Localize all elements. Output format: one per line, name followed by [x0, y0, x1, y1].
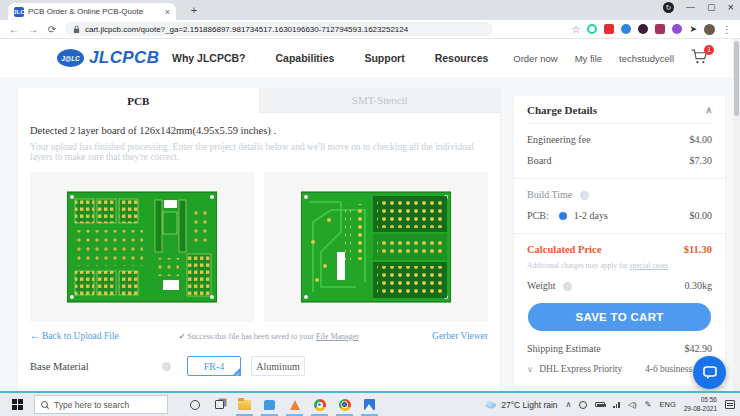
language-indicator[interactable]: ENG: [659, 400, 675, 409]
board-value: $7.30: [690, 155, 713, 166]
profile-avatar[interactable]: [704, 24, 715, 35]
browser-menu-icon[interactable]: ⋮: [722, 24, 732, 35]
account-area: Order now My file techstudycell 1: [513, 39, 709, 77]
courier-option[interactable]: ∨ DHL Express Priority: [527, 364, 622, 374]
chrome-icon: [314, 399, 326, 411]
calculated-price-label: Calculated Price: [527, 244, 601, 255]
tray-account-icon[interactable]: [579, 401, 587, 409]
option-fr4[interactable]: FR-4 ✓: [187, 356, 241, 376]
tab-pcb[interactable]: PCB: [18, 88, 259, 113]
build-time-text: Build Time: [527, 189, 572, 200]
weather-widget[interactable]: 27°C Light rain: [485, 400, 557, 410]
special-cases-link[interactable]: special cases: [630, 261, 669, 270]
window-close-button[interactable]: ×: [728, 1, 734, 13]
extensions-puzzle-icon[interactable]: ➤: [689, 24, 697, 34]
extension-pink-icon[interactable]: [655, 24, 665, 34]
courier-name: DHL Express Priority: [539, 364, 622, 374]
network-icon[interactable]: [613, 401, 620, 408]
gerber-viewer-link[interactable]: Gerber Viewer: [432, 331, 488, 341]
extension-green-icon[interactable]: [587, 24, 597, 34]
start-button[interactable]: [0, 393, 34, 416]
extension-blue-icon[interactable]: [621, 24, 631, 34]
browser-update-icon[interactable]: ↻: [663, 2, 674, 13]
browser-tab[interactable]: JLC PCB Order & Online PCB-Quote ×: [8, 3, 176, 20]
engineering-fee-value: $4.00: [690, 134, 713, 145]
pcb-build-value: $0.00: [690, 210, 713, 221]
cortana-icon: [190, 400, 200, 410]
forward-icon[interactable]: →: [27, 24, 39, 35]
task-view-icon: [215, 400, 224, 409]
task-view-button[interactable]: [207, 393, 232, 416]
browser-tabbar: JLC PCB Order & Online PCB-Quote × + ↻ —…: [0, 0, 740, 20]
taskbar-clock[interactable]: 05:56 29-08-2021: [684, 396, 717, 414]
photos-button[interactable]: [357, 393, 382, 416]
tab-close-icon[interactable]: ×: [165, 7, 170, 17]
weather-cloud-icon: [485, 400, 497, 409]
back-to-upload-link[interactable]: ← Back to Upload File: [30, 331, 119, 341]
extension-red-icon[interactable]: [604, 24, 614, 34]
window-minimize-button[interactable]: —: [686, 2, 695, 12]
scrollbar-thumb[interactable]: [734, 41, 739, 116]
file-explorer-button[interactable]: [232, 393, 257, 416]
info-icon[interactable]: !: [563, 282, 572, 291]
volume-icon[interactable]: ◁): [628, 400, 637, 409]
order-now-link[interactable]: Order now: [513, 53, 557, 64]
file-manager-link[interactable]: File Manager: [316, 332, 359, 341]
jlcpcb-logo[interactable]: J@LC JLCPCB: [57, 48, 159, 68]
my-file-link[interactable]: My file: [575, 53, 602, 64]
browser-profile1-button[interactable]: [307, 393, 332, 416]
vlc-button[interactable]: [282, 393, 307, 416]
nav-resources[interactable]: Resources: [435, 52, 489, 64]
build-time-label: Build Time !: [527, 189, 589, 200]
save-to-cart-button[interactable]: SAVE TO CART: [528, 303, 711, 331]
charge-details-panel: Charge Details ∧ Engineering fee $4.00 B…: [514, 96, 725, 386]
nav-support[interactable]: Support: [364, 52, 404, 64]
battery-icon[interactable]: [595, 402, 605, 407]
jlcpcb-brand-text: JLCPCB: [89, 48, 159, 68]
browser-addressbar: ← → ⟳ cart.jlcpcb.com/quote?_ga=2.151886…: [0, 20, 740, 39]
tab-title: PCB Order & Online PCB-Quote: [28, 7, 161, 16]
browser-profile2-button[interactable]: [332, 393, 357, 416]
weather-text: 27°C Light rain: [501, 400, 557, 410]
taskbar-search-input[interactable]: Type here to search: [34, 395, 168, 414]
info-icon[interactable]: !: [580, 191, 589, 200]
nav-why-jlcpcb[interactable]: Why JLCPCB?: [172, 52, 246, 64]
weight-value: 0.30kg: [685, 280, 713, 291]
pcb-build-option[interactable]: PCB: 1-2 days: [527, 210, 608, 221]
option-aluminum-label: Aluminum: [256, 361, 299, 372]
back-icon[interactable]: ←: [8, 24, 20, 35]
shipping-estimate-value: $42.90: [685, 343, 713, 354]
messaging-app-button[interactable]: [257, 393, 282, 416]
base-material-label: Base Material: [30, 361, 162, 372]
pcb-back-preview: [264, 172, 488, 322]
extension-dark-icon[interactable]: [638, 24, 648, 34]
info-icon[interactable]: !: [162, 362, 171, 371]
username-link[interactable]: techstudycell: [619, 53, 674, 64]
profile-overlay-icon: [341, 401, 348, 408]
window-maximize-button[interactable]: ▢: [707, 2, 716, 12]
tray-chevron-icon[interactable]: ∧: [566, 400, 572, 409]
option-aluminum[interactable]: Aluminum: [251, 356, 305, 376]
new-tab-button[interactable]: +: [186, 2, 202, 18]
cart-button[interactable]: 1: [691, 49, 709, 67]
divider: [514, 178, 725, 179]
browser-scrollbar[interactable]: [733, 39, 740, 391]
collapse-chevron-icon[interactable]: ∧: [705, 105, 712, 115]
url-box[interactable]: cart.jlcpcb.com/quote?_ga=2.151886897.98…: [65, 22, 493, 36]
weight-text: Weight: [527, 280, 556, 291]
page-background: PCB SMT-Stencil Detected 2 layer board o…: [0, 77, 740, 391]
photos-icon: [364, 399, 375, 410]
pen-icon[interactable]: ✎: [645, 400, 652, 409]
charge-details-title: Charge Details: [527, 104, 597, 116]
extension-purple-icon[interactable]: [672, 24, 682, 34]
chrome-icon: [339, 399, 351, 411]
nav-capabilities[interactable]: Capabilities: [276, 52, 335, 64]
action-center-icon[interactable]: [725, 400, 735, 409]
bookmark-star-icon[interactable]: ☆: [571, 24, 580, 35]
additional-charges-note: Additional charges may apply for special…: [527, 261, 712, 270]
reload-icon[interactable]: ⟳: [46, 24, 58, 35]
tab-smt-stencil[interactable]: SMT-Stencil: [259, 88, 501, 113]
cortana-button[interactable]: [182, 393, 207, 416]
note-text: Additional charges may apply for: [527, 261, 630, 270]
live-chat-button[interactable]: [693, 356, 726, 389]
